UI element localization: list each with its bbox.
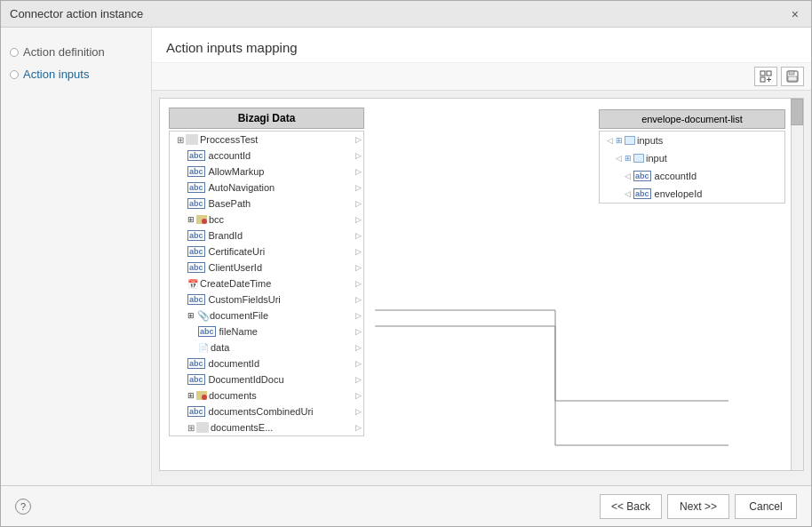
tree-row: ⊞ ProccessTest ▷ [170, 132, 363, 148]
right-node-label: accountId [655, 171, 697, 181]
right-row: ◁ ⊞ inputs [600, 132, 784, 149]
svg-rect-1 [767, 71, 771, 76]
next-button[interactable]: Next >> [667, 494, 729, 519]
field-icon: abc [187, 166, 205, 177]
tree-node-label: documentsCombinedUri [209, 406, 314, 417]
tree-row: ⊞ 📎 documentFile ▷ [170, 307, 363, 323]
tree-node-label: accountId [209, 150, 251, 161]
tree-node-label: DocumentIdDocu [209, 374, 284, 385]
toolbar-row [152, 63, 811, 91]
folder-icon [625, 136, 635, 145]
tree-row: abc accountId ▷ [170, 148, 363, 164]
expand-icon: ⊞ [625, 154, 632, 163]
table-icon [186, 134, 198, 145]
mapping-area[interactable]: Bizagi Data ⊞ ProccessTest ▷ [152, 91, 811, 485]
tree-row: abc fileName ▷ [170, 323, 363, 339]
tree-row: ⊞ bcc ▷ [170, 212, 363, 228]
right-node-label: inputs [637, 135, 663, 146]
cancel-button[interactable]: Cancel [735, 494, 797, 519]
sidebar-item-label: Action definition [23, 45, 105, 59]
svg-rect-6 [789, 71, 794, 75]
expand-all-button[interactable] [754, 67, 777, 86]
tree-node-label: documentsE... [211, 422, 273, 433]
close-button[interactable]: × [788, 8, 802, 20]
arrow-right-icon: ▷ [355, 263, 362, 272]
right-node-label: input [646, 153, 667, 164]
tree-node-label: ClientUserId [209, 262, 263, 273]
tree-node-label: data [211, 342, 229, 353]
field-icon: abc [187, 182, 205, 193]
right-tree-body: ◁ ⊞ inputs ◁ ⊞ input [599, 131, 785, 204]
arrow-right-icon: ▷ [355, 183, 362, 192]
svg-rect-2 [760, 77, 765, 82]
field-icon: abc [187, 230, 205, 241]
content-area: Action definition Action inputs Action i… [1, 28, 811, 485]
tree-row: 📅 CreateDateTime ▷ [170, 275, 363, 291]
tree-node-label: bcc [209, 214, 224, 225]
tree-body: ⊞ ProccessTest ▷ abc accountId ▷ [169, 131, 364, 436]
field-icon: abc [198, 326, 216, 337]
field-icon: abc [633, 171, 651, 181]
tree-node-label: AutoNavigation [209, 182, 275, 193]
field-icon: abc [187, 246, 205, 257]
bullet-icon [10, 48, 19, 57]
docs-icon [196, 391, 207, 400]
arrow-left-icon: ◁ [625, 189, 631, 198]
expand-icon [760, 70, 772, 83]
field-icon: abc [187, 406, 205, 417]
right-tree-header: envelope-document-list [599, 109, 785, 129]
tree-row: abc AutoNavigation ▷ [170, 180, 363, 196]
field-icon: abc [187, 150, 205, 161]
table-icon [196, 422, 209, 433]
tree-node-label: documentFile [210, 310, 268, 321]
scrollbar-thumb[interactable] [791, 99, 803, 125]
sidebar-item-action-definition[interactable]: Action definition [10, 45, 142, 59]
field-icon: abc [187, 358, 205, 369]
vertical-scrollbar[interactable] [791, 99, 803, 470]
tree-row: abc DocumentIdDocu ▷ [170, 371, 363, 387]
dialog-window: Connector action instance × Action defin… [0, 0, 812, 527]
arrow-right-icon: ▷ [355, 391, 362, 400]
tree-node-label: fileName [219, 326, 258, 337]
tree-node-label: AllowMarkup [209, 166, 265, 177]
arrow-right-icon: ▷ [355, 423, 362, 432]
tree-row: abc BasePath ▷ [170, 196, 363, 212]
save-button[interactable] [781, 67, 804, 86]
tree-node-label: documents [209, 390, 257, 401]
tree-node-label: CreateDateTime [200, 278, 271, 289]
arrow-right-icon: ▷ [355, 407, 362, 416]
sidebar-item-action-inputs[interactable]: Action inputs [10, 68, 142, 81]
arrow-right-icon: ▷ [355, 199, 362, 208]
tree-row: abc BrandId ▷ [170, 228, 363, 244]
svg-rect-0 [760, 71, 765, 76]
tree-row: abc CertificateUri ▷ [170, 244, 363, 260]
back-button[interactable]: << Back [600, 494, 662, 519]
right-row: ◁ ⊞ input [600, 149, 784, 167]
right-row: ◁ abc accountId [600, 167, 784, 185]
bcc-icon [196, 215, 207, 224]
expand-icon: ⊞ [616, 136, 623, 145]
arrow-right-icon: ▷ [355, 343, 362, 352]
right-tree: envelope-document-list ◁ ⊞ inputs [599, 109, 785, 204]
sidebar: Action definition Action inputs [1, 28, 152, 485]
mapping-canvas: Bizagi Data ⊞ ProccessTest ▷ [159, 98, 804, 471]
folder-icon [633, 154, 644, 163]
tree-row: abc CustomFieldsUri ▷ [170, 291, 363, 307]
tree-header: Bizagi Data [169, 108, 364, 129]
footer-left: ? [15, 499, 31, 515]
arrow-right-icon: ▷ [355, 247, 362, 256]
help-button[interactable]: ? [15, 499, 31, 515]
tree-row: ⊞ documentsE... ▷ [170, 419, 363, 435]
arrow-right-icon: ▷ [355, 327, 362, 336]
right-row: ◁ abc envelopeId [600, 185, 784, 203]
paperclip-icon: 📎 [197, 310, 210, 322]
tree-row: abc documentId ▷ [170, 355, 363, 371]
tree-row: ⊞ documents ▷ [170, 387, 363, 403]
tree-node-label: BrandId [209, 230, 243, 241]
footer: ? << Back Next >> Cancel [1, 485, 811, 526]
dialog-title: Connector action instance [10, 7, 143, 20]
tree-row: abc AllowMarkup ▷ [170, 164, 363, 180]
footer-right: << Back Next >> Cancel [600, 494, 797, 519]
field-icon: abc [187, 294, 205, 305]
expand-icon: ⊞ [187, 311, 195, 320]
